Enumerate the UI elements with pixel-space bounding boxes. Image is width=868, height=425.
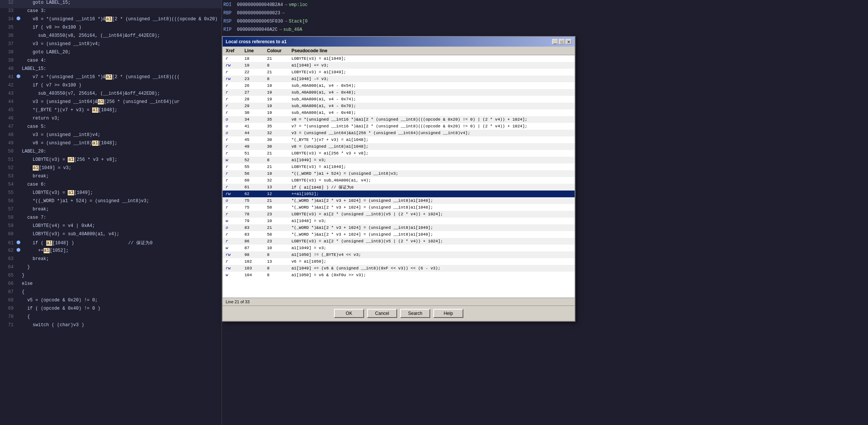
table-row[interactable]: r4530 *(_BYTE *)(v7 + v3) = a1[1048]; <box>223 136 575 143</box>
table-row[interactable]: rw238 a1[1048] -= v3; <box>223 76 575 82</box>
cancel-button[interactable]: Cancel <box>367 309 397 318</box>
line-number: 50 <box>2 149 14 154</box>
code-line: 68 v5 = (opcode & 0x20) != 0; <box>0 298 222 306</box>
cell-line: 27 <box>244 90 267 95</box>
cell-colour: 13 <box>267 185 291 189</box>
table-row[interactable]: rw988 a1[1050] != (_BYTE)v4 << v3; <box>223 251 575 258</box>
code-line: 64 } <box>0 265 222 273</box>
cell-colour: 21 <box>267 70 291 74</box>
ok-button[interactable]: OK <box>334 309 364 318</box>
table-row[interactable]: r3019 sub_40A800(a1, v4 - 0x48); <box>223 109 575 116</box>
breakpoint-dot <box>17 8 20 12</box>
code-text: v8 = (unsigned __int8)a1[1048]; <box>22 141 117 146</box>
cell-line: 19 <box>244 63 267 68</box>
cell-xref: r <box>226 151 244 156</box>
table-row[interactable]: o4432 v3 = (unsigned __int64)&a1[256 * (… <box>223 130 575 136</box>
table-row[interactable]: o3435 v8 = *(unsigned __int16 *)&a1[2 * … <box>223 116 575 123</box>
minimize-button[interactable]: _ <box>552 39 558 44</box>
cell-pseudo: v8 = (unsigned __int8)a1[1048]; <box>291 144 572 149</box>
table-row[interactable]: r2719 sub_40A800(a1, v4 - 0x48); <box>223 89 575 96</box>
table-row[interactable]: r6032 LOBYTE(v3) = sub_40A800(a1, v4); <box>223 177 575 184</box>
cell-pseudo: a1[1050] = v6 & (0xF0u >> v3); <box>291 273 572 277</box>
cell-pseudo: a1[1050] != (_BYTE)v4 << v3; <box>291 253 572 257</box>
code-line: 55 LOBYTE(v3) = a1[1049]; <box>0 190 222 198</box>
cell-xref: rw <box>226 63 244 68</box>
code-line: 37 v3 = (unsigned __int8)v4; <box>0 41 222 50</box>
reg-arrow: → <box>284 19 287 24</box>
cell-pseudo: *(_WORD *)&a1[2 * v3 + 1024] = (unsigned… <box>291 232 572 237</box>
table-row[interactable]: w528 a1[1049] = v3; <box>223 157 575 163</box>
code-line: 51 LOBYTE(v3) = a1[256 * v3 + v8]; <box>0 157 222 165</box>
col-header-xref: Xref <box>226 48 244 53</box>
cell-pseudo: v6 = a1[1050]; <box>291 259 572 264</box>
table-row[interactable]: r4930 v8 = (unsigned __int8)a1[1048]; <box>223 143 575 150</box>
code-text: sub_403550(v8, 256i64, (__int64)&off_442… <box>22 33 160 38</box>
code-line: 57 break; <box>0 207 222 215</box>
table-row[interactable]: rw6212 ++a1[1052]; <box>223 191 575 197</box>
cell-pseudo: LOBYTE(v3) = a1[2 * (unsigned __int8)(v5… <box>291 212 572 216</box>
table-row[interactable]: r2619 sub_40A800(a1, v4 - 0x54); <box>223 82 575 89</box>
help-button[interactable]: Help <box>433 309 463 318</box>
table-row[interactable]: r5521 LOBYTE(v3) = a1[1049]; <box>223 163 575 170</box>
cell-line: 60 <box>244 178 267 183</box>
code-text: case 5: <box>22 124 46 129</box>
table-row[interactable]: w1048 a1[1050] = v6 & (0xF0u >> v3); <box>223 272 575 278</box>
code-line: 42 if ( v7 >= 0x100 ) <box>0 83 222 91</box>
table-row[interactable]: r8623 LOBYTE(v3) = a1[2 * (unsigned __in… <box>223 238 575 245</box>
table-row[interactable]: r8358 *(_WORD *)&a1[2 * v3 + 1024] = (un… <box>223 231 575 238</box>
cell-colour: 12 <box>267 192 291 196</box>
table-row[interactable]: r2819 sub_40A800(a1, v4 - 0x74); <box>223 96 575 103</box>
maximize-button[interactable]: □ <box>559 39 565 44</box>
table-row[interactable]: r7823 LOBYTE(v3) = a1[2 * (unsigned __in… <box>223 211 575 218</box>
cell-colour: 19 <box>267 90 291 95</box>
cell-xref: o <box>226 131 244 135</box>
cell-colour: 32 <box>267 178 291 183</box>
dialog-titlebar: Local cross references to a1 _ □ ✕ <box>223 37 575 47</box>
cell-xref: r <box>226 138 244 142</box>
table-row[interactable]: rw1038 a1[1049] += (v6 & (unsigned __int… <box>223 265 575 272</box>
table-row[interactable]: r1821 LOBYTE(v3) = a1[1049]; <box>223 55 575 62</box>
table-row[interactable]: o4135 v7 = *(unsigned __int16 *)&a1[2 * … <box>223 123 575 130</box>
table-row[interactable]: w8710 a1[1049] = v3; <box>223 245 575 251</box>
cell-pseudo: *(_WORD *)&a1[2 * v3 + 1024] = (unsigned… <box>291 198 572 203</box>
code-text: case 6: <box>22 182 46 187</box>
table-row[interactable]: r10213 v6 = a1[1050]; <box>223 258 575 265</box>
table-row[interactable]: r5121 LOBYTE(v3) = a1[256 * v3 + v8]; <box>223 150 575 157</box>
cell-xref: r <box>226 90 244 95</box>
code-line: 67{ <box>0 289 222 298</box>
search-button[interactable]: Search <box>400 309 430 318</box>
reg-name: RDI <box>223 2 237 8</box>
breakpoint-dot <box>17 248 20 252</box>
table-row[interactable]: r2919 sub_40A800(a1, v4 - 0x70); <box>223 103 575 109</box>
line-number: 68 <box>2 298 14 303</box>
xref-table-body[interactable]: r1821 LOBYTE(v3) = a1[1049];rw198 a1[104… <box>223 55 575 298</box>
cell-line: 18 <box>244 56 267 61</box>
reg-name: RIP <box>223 27 237 32</box>
line-number: 40 <box>2 66 14 71</box>
cell-pseudo: LOBYTE(v3) = a1[1049]; <box>291 70 572 74</box>
breakpoint-dot <box>17 207 20 210</box>
code-text: { <box>22 314 30 319</box>
table-row[interactable]: rw198 a1[1048] += v3; <box>223 62 575 69</box>
code-panel: 32 goto LABEL_15;33 case 3:34 v8 = *(uns… <box>0 0 222 425</box>
breakpoint-dot <box>17 107 20 111</box>
table-row[interactable]: o8321 *(_WORD *)&a1[2 * v3 + 1024] = (un… <box>223 224 575 231</box>
table-row[interactable]: r6113 if ( a1[1048] ) // 保证为0 <box>223 184 575 191</box>
dialog-controls: _ □ ✕ <box>552 39 572 44</box>
table-row[interactable]: r7558 *(_WORD *)&a1[2 * v3 + 1024] = (un… <box>223 204 575 211</box>
code-line: 66else <box>0 281 222 289</box>
cell-xref: r <box>226 232 244 237</box>
cell-xref: r <box>226 97 244 101</box>
cell-colour: 19 <box>267 97 291 101</box>
table-row[interactable]: r2221 LOBYTE(v3) = a1[1049]; <box>223 69 575 76</box>
table-row[interactable]: r5619 *((_WORD *)a1 + 524) = (unsigned _… <box>223 170 575 177</box>
table-row[interactable]: o7521 *(_WORD *)&a1[2 * v3 + 1024] = (un… <box>223 197 575 204</box>
close-button[interactable]: ✕ <box>566 39 572 44</box>
line-number: 65 <box>2 273 14 278</box>
line-number: 34 <box>2 17 14 22</box>
table-row[interactable]: w7910 a1[1048] = v3; <box>223 218 575 224</box>
cell-xref: r <box>226 110 244 115</box>
cell-pseudo: sub_40A800(a1, v4 - 0x70); <box>291 104 572 108</box>
cell-colour: 8 <box>267 63 291 68</box>
cell-xref: o <box>226 124 244 129</box>
